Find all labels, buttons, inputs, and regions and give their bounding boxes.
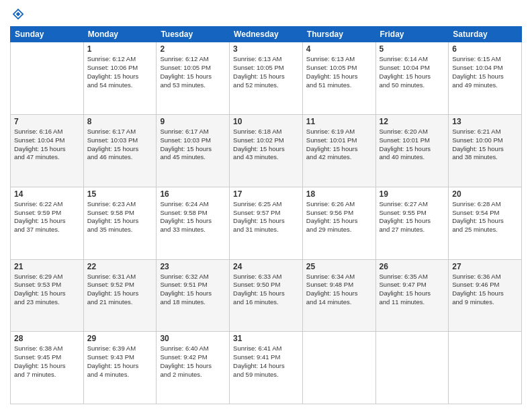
day-cell: 12Sunrise: 6:20 AM Sunset: 10:01 PM Dayl… bbox=[375, 115, 449, 187]
day-number: 16 bbox=[160, 189, 226, 199]
day-info: Sunrise: 6:34 AM Sunset: 9:48 PM Dayligh… bbox=[306, 273, 372, 307]
day-cell: 22Sunrise: 6:31 AM Sunset: 9:52 PM Dayli… bbox=[83, 259, 157, 332]
day-number: 22 bbox=[87, 262, 153, 271]
day-cell: 16Sunrise: 6:24 AM Sunset: 9:58 PM Dayli… bbox=[157, 187, 230, 259]
day-number: 9 bbox=[160, 117, 226, 126]
day-info: Sunrise: 6:23 AM Sunset: 9:58 PM Dayligh… bbox=[87, 200, 153, 234]
day-number: 6 bbox=[452, 44, 518, 54]
day-cell: 28Sunrise: 6:38 AM Sunset: 9:45 PM Dayli… bbox=[11, 332, 84, 404]
day-cell: 9Sunrise: 6:17 AM Sunset: 10:03 PM Dayli… bbox=[157, 115, 230, 187]
day-cell: 15Sunrise: 6:23 AM Sunset: 9:58 PM Dayli… bbox=[83, 187, 157, 259]
day-cell: 8Sunrise: 6:17 AM Sunset: 10:03 PM Dayli… bbox=[83, 115, 157, 187]
day-cell: 10Sunrise: 6:18 AM Sunset: 10:02 PM Dayl… bbox=[230, 115, 303, 187]
day-cell bbox=[449, 332, 522, 404]
day-number: 18 bbox=[306, 189, 372, 199]
day-cell: 19Sunrise: 6:27 AM Sunset: 9:55 PM Dayli… bbox=[375, 187, 449, 259]
day-number: 27 bbox=[452, 262, 518, 271]
day-cell: 30Sunrise: 6:40 AM Sunset: 9:42 PM Dayli… bbox=[157, 332, 230, 404]
day-cell: 4Sunrise: 6:13 AM Sunset: 10:05 PM Dayli… bbox=[302, 42, 375, 115]
day-number: 14 bbox=[14, 189, 80, 199]
day-cell: 26Sunrise: 6:35 AM Sunset: 9:47 PM Dayli… bbox=[375, 259, 449, 332]
header-row: SundayMondayTuesdayWednesdayThursdayFrid… bbox=[11, 27, 522, 42]
col-header-monday: Monday bbox=[83, 27, 157, 42]
day-number: 17 bbox=[233, 189, 299, 199]
day-info: Sunrise: 6:13 AM Sunset: 10:05 PM Daylig… bbox=[233, 55, 299, 89]
page: SundayMondayTuesdayWednesdayThursdayFrid… bbox=[0, 0, 532, 411]
col-header-saturday: Saturday bbox=[449, 27, 522, 42]
week-row-5: 28Sunrise: 6:38 AM Sunset: 9:45 PM Dayli… bbox=[11, 332, 522, 404]
day-cell: 5Sunrise: 6:14 AM Sunset: 10:04 PM Dayli… bbox=[375, 42, 449, 115]
logo-text bbox=[10, 7, 25, 21]
day-info: Sunrise: 6:17 AM Sunset: 10:03 PM Daylig… bbox=[160, 128, 226, 162]
day-info: Sunrise: 6:21 AM Sunset: 10:00 PM Daylig… bbox=[452, 128, 518, 162]
day-info: Sunrise: 6:29 AM Sunset: 9:53 PM Dayligh… bbox=[14, 273, 80, 307]
day-info: Sunrise: 6:20 AM Sunset: 10:01 PM Daylig… bbox=[380, 128, 445, 162]
day-number: 5 bbox=[380, 44, 445, 54]
day-cell: 2Sunrise: 6:12 AM Sunset: 10:05 PM Dayli… bbox=[157, 42, 230, 115]
day-cell: 23Sunrise: 6:32 AM Sunset: 9:51 PM Dayli… bbox=[157, 259, 230, 332]
day-cell: 21Sunrise: 6:29 AM Sunset: 9:53 PM Dayli… bbox=[11, 259, 84, 332]
day-info: Sunrise: 6:13 AM Sunset: 10:05 PM Daylig… bbox=[306, 55, 372, 89]
day-cell bbox=[375, 332, 449, 404]
day-cell: 3Sunrise: 6:13 AM Sunset: 10:05 PM Dayli… bbox=[230, 42, 303, 115]
day-info: Sunrise: 6:31 AM Sunset: 9:52 PM Dayligh… bbox=[87, 273, 153, 307]
day-info: Sunrise: 6:18 AM Sunset: 10:02 PM Daylig… bbox=[233, 128, 299, 162]
header bbox=[10, 7, 522, 21]
day-info: Sunrise: 6:41 AM Sunset: 9:41 PM Dayligh… bbox=[233, 345, 299, 379]
day-number: 29 bbox=[87, 334, 153, 343]
day-cell: 29Sunrise: 6:39 AM Sunset: 9:43 PM Dayli… bbox=[83, 332, 157, 404]
day-cell: 17Sunrise: 6:25 AM Sunset: 9:57 PM Dayli… bbox=[230, 187, 303, 259]
week-row-4: 21Sunrise: 6:29 AM Sunset: 9:53 PM Dayli… bbox=[11, 259, 522, 332]
day-number: 21 bbox=[14, 262, 80, 271]
day-number: 11 bbox=[306, 117, 372, 126]
day-cell: 11Sunrise: 6:19 AM Sunset: 10:01 PM Dayl… bbox=[302, 115, 375, 187]
day-cell: 27Sunrise: 6:36 AM Sunset: 9:46 PM Dayli… bbox=[449, 259, 522, 332]
day-cell: 1Sunrise: 6:12 AM Sunset: 10:06 PM Dayli… bbox=[83, 42, 157, 115]
day-cell: 14Sunrise: 6:22 AM Sunset: 9:59 PM Dayli… bbox=[11, 187, 84, 259]
week-row-2: 7Sunrise: 6:16 AM Sunset: 10:04 PM Dayli… bbox=[11, 115, 522, 187]
day-number: 28 bbox=[14, 334, 80, 343]
day-info: Sunrise: 6:38 AM Sunset: 9:45 PM Dayligh… bbox=[14, 345, 80, 379]
col-header-sunday: Sunday bbox=[11, 27, 84, 42]
day-cell: 13Sunrise: 6:21 AM Sunset: 10:00 PM Dayl… bbox=[449, 115, 522, 187]
day-number: 24 bbox=[233, 262, 299, 271]
day-number: 13 bbox=[452, 117, 518, 126]
day-info: Sunrise: 6:24 AM Sunset: 9:58 PM Dayligh… bbox=[160, 200, 226, 234]
day-cell: 20Sunrise: 6:28 AM Sunset: 9:54 PM Dayli… bbox=[449, 187, 522, 259]
calendar-table: SundayMondayTuesdayWednesdayThursdayFrid… bbox=[10, 26, 522, 404]
day-number: 1 bbox=[87, 44, 153, 54]
day-number: 12 bbox=[380, 117, 445, 126]
day-number: 19 bbox=[380, 189, 445, 199]
day-number: 4 bbox=[306, 44, 372, 54]
day-number: 20 bbox=[452, 189, 518, 199]
day-info: Sunrise: 6:17 AM Sunset: 10:03 PM Daylig… bbox=[87, 128, 153, 162]
col-header-friday: Friday bbox=[375, 27, 449, 42]
day-cell: 6Sunrise: 6:15 AM Sunset: 10:04 PM Dayli… bbox=[449, 42, 522, 115]
day-cell bbox=[11, 42, 84, 115]
day-info: Sunrise: 6:33 AM Sunset: 9:50 PM Dayligh… bbox=[233, 273, 299, 307]
day-cell: 7Sunrise: 6:16 AM Sunset: 10:04 PM Dayli… bbox=[11, 115, 84, 187]
day-info: Sunrise: 6:36 AM Sunset: 9:46 PM Dayligh… bbox=[452, 273, 518, 307]
col-header-tuesday: Tuesday bbox=[157, 27, 230, 42]
day-cell: 31Sunrise: 6:41 AM Sunset: 9:41 PM Dayli… bbox=[230, 332, 303, 404]
day-info: Sunrise: 6:35 AM Sunset: 9:47 PM Dayligh… bbox=[380, 273, 445, 307]
day-number: 2 bbox=[160, 44, 226, 54]
day-number: 25 bbox=[306, 262, 372, 271]
day-info: Sunrise: 6:27 AM Sunset: 9:55 PM Dayligh… bbox=[380, 200, 445, 234]
day-cell: 25Sunrise: 6:34 AM Sunset: 9:48 PM Dayli… bbox=[302, 259, 375, 332]
day-info: Sunrise: 6:26 AM Sunset: 9:56 PM Dayligh… bbox=[306, 200, 372, 234]
col-header-thursday: Thursday bbox=[302, 27, 375, 42]
day-number: 8 bbox=[87, 117, 153, 126]
day-info: Sunrise: 6:16 AM Sunset: 10:04 PM Daylig… bbox=[14, 128, 80, 162]
day-number: 23 bbox=[160, 262, 226, 271]
day-info: Sunrise: 6:12 AM Sunset: 10:06 PM Daylig… bbox=[87, 55, 153, 89]
day-info: Sunrise: 6:39 AM Sunset: 9:43 PM Dayligh… bbox=[87, 345, 153, 379]
day-number: 15 bbox=[87, 189, 153, 199]
day-number: 7 bbox=[14, 117, 80, 126]
week-row-3: 14Sunrise: 6:22 AM Sunset: 9:59 PM Dayli… bbox=[11, 187, 522, 259]
logo-icon bbox=[11, 7, 25, 21]
day-number: 30 bbox=[160, 334, 226, 343]
day-info: Sunrise: 6:15 AM Sunset: 10:04 PM Daylig… bbox=[452, 55, 518, 89]
day-info: Sunrise: 6:28 AM Sunset: 9:54 PM Dayligh… bbox=[452, 200, 518, 234]
day-info: Sunrise: 6:19 AM Sunset: 10:01 PM Daylig… bbox=[306, 128, 372, 162]
